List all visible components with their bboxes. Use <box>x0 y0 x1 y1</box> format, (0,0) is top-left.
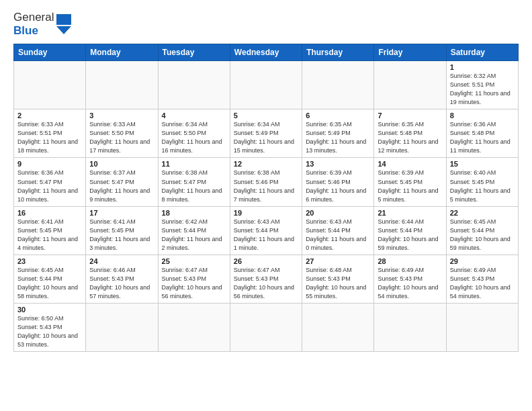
day-number: 29 <box>450 257 515 265</box>
table-row: 8Sunrise: 6:36 AM Sunset: 5:48 PM Daylig… <box>446 109 518 158</box>
table-row <box>86 304 158 352</box>
col-sunday: Sunday <box>14 44 86 61</box>
day-number: 2 <box>17 111 82 120</box>
table-row: 26Sunrise: 6:47 AM Sunset: 5:43 PM Dayli… <box>230 255 302 303</box>
table-row: 13Sunrise: 6:39 AM Sunset: 5:46 PM Dayli… <box>302 158 374 206</box>
table-row: 17Sunrise: 6:41 AM Sunset: 5:45 PM Dayli… <box>86 206 158 255</box>
table-row <box>374 61 446 109</box>
day-info: Sunrise: 6:44 AM Sunset: 5:44 PM Dayligh… <box>378 218 442 253</box>
day-number: 12 <box>234 160 298 168</box>
day-info: Sunrise: 6:45 AM Sunset: 5:44 PM Dayligh… <box>450 218 515 253</box>
table-row <box>158 61 230 109</box>
day-number: 10 <box>89 160 154 168</box>
day-info: Sunrise: 6:47 AM Sunset: 5:43 PM Dayligh… <box>162 266 226 301</box>
svg-marker-1 <box>56 26 71 34</box>
table-row: 27Sunrise: 6:48 AM Sunset: 5:43 PM Dayli… <box>302 255 374 303</box>
day-number: 14 <box>378 160 442 168</box>
day-number: 16 <box>17 209 82 217</box>
logo: General Blue <box>13 11 71 37</box>
day-info: Sunrise: 6:48 AM Sunset: 5:43 PM Dayligh… <box>306 266 370 301</box>
day-number: 15 <box>450 160 515 168</box>
table-row: 6Sunrise: 6:35 AM Sunset: 5:49 PM Daylig… <box>302 109 374 158</box>
table-row: 3Sunrise: 6:33 AM Sunset: 5:50 PM Daylig… <box>86 109 158 158</box>
table-row: 15Sunrise: 6:40 AM Sunset: 5:45 PM Dayli… <box>446 158 518 206</box>
table-row <box>86 61 158 109</box>
table-row: 30Sunrise: 6:50 AM Sunset: 5:43 PM Dayli… <box>14 304 86 352</box>
day-info: Sunrise: 6:36 AM Sunset: 5:47 PM Dayligh… <box>17 169 82 203</box>
day-number: 7 <box>378 111 442 120</box>
calendar-table: Sunday Monday Tuesday Wednesday Thursday… <box>13 44 519 352</box>
day-number: 19 <box>234 209 298 217</box>
table-row: 24Sunrise: 6:46 AM Sunset: 5:43 PM Dayli… <box>86 255 158 303</box>
col-friday: Friday <box>374 44 446 61</box>
table-row: 5Sunrise: 6:34 AM Sunset: 5:49 PM Daylig… <box>230 109 302 158</box>
table-row <box>374 304 446 352</box>
day-info: Sunrise: 6:41 AM Sunset: 5:45 PM Dayligh… <box>17 218 82 253</box>
table-row <box>302 304 374 352</box>
table-row: 11Sunrise: 6:38 AM Sunset: 5:47 PM Dayli… <box>158 158 230 206</box>
day-info: Sunrise: 6:34 AM Sunset: 5:49 PM Dayligh… <box>234 120 298 155</box>
table-row: 4Sunrise: 6:34 AM Sunset: 5:50 PM Daylig… <box>158 109 230 158</box>
table-row <box>230 304 302 352</box>
day-number: 13 <box>306 160 370 168</box>
day-info: Sunrise: 6:43 AM Sunset: 5:44 PM Dayligh… <box>306 218 370 253</box>
col-monday: Monday <box>86 44 158 61</box>
day-info: Sunrise: 6:46 AM Sunset: 5:43 PM Dayligh… <box>89 266 154 301</box>
day-info: Sunrise: 6:33 AM Sunset: 5:51 PM Dayligh… <box>17 120 82 155</box>
col-thursday: Thursday <box>302 44 374 61</box>
table-row: 9Sunrise: 6:36 AM Sunset: 5:47 PM Daylig… <box>14 158 86 206</box>
table-row: 12Sunrise: 6:38 AM Sunset: 5:46 PM Dayli… <box>230 158 302 206</box>
table-row <box>446 304 518 352</box>
day-info: Sunrise: 6:39 AM Sunset: 5:46 PM Dayligh… <box>306 169 370 203</box>
logo-general: General <box>13 11 54 24</box>
calendar-header-row: Sunday Monday Tuesday Wednesday Thursday… <box>14 44 519 61</box>
day-number: 4 <box>162 111 226 120</box>
logo-triangle-icon <box>56 14 71 34</box>
table-row: 25Sunrise: 6:47 AM Sunset: 5:43 PM Dayli… <box>158 255 230 303</box>
day-info: Sunrise: 6:37 AM Sunset: 5:47 PM Dayligh… <box>89 169 154 203</box>
day-info: Sunrise: 6:35 AM Sunset: 5:48 PM Dayligh… <box>378 120 442 155</box>
day-info: Sunrise: 6:34 AM Sunset: 5:50 PM Dayligh… <box>162 120 226 155</box>
table-row: 16Sunrise: 6:41 AM Sunset: 5:45 PM Dayli… <box>14 206 86 255</box>
table-row: 18Sunrise: 6:42 AM Sunset: 5:44 PM Dayli… <box>158 206 230 255</box>
day-info: Sunrise: 6:35 AM Sunset: 5:49 PM Dayligh… <box>306 120 370 155</box>
table-row: 23Sunrise: 6:45 AM Sunset: 5:44 PM Dayli… <box>14 255 86 303</box>
table-row: 20Sunrise: 6:43 AM Sunset: 5:44 PM Dayli… <box>302 206 374 255</box>
day-number: 8 <box>450 111 515 120</box>
table-row <box>230 61 302 109</box>
day-number: 17 <box>89 209 154 217</box>
day-number: 24 <box>89 257 154 265</box>
svg-rect-0 <box>56 14 71 25</box>
table-row <box>158 304 230 352</box>
table-row: 29Sunrise: 6:49 AM Sunset: 5:43 PM Dayli… <box>446 255 518 303</box>
table-row: 21Sunrise: 6:44 AM Sunset: 5:44 PM Dayli… <box>374 206 446 255</box>
day-info: Sunrise: 6:49 AM Sunset: 5:43 PM Dayligh… <box>450 266 515 301</box>
day-info: Sunrise: 6:50 AM Sunset: 5:43 PM Dayligh… <box>17 314 82 349</box>
table-row: 22Sunrise: 6:45 AM Sunset: 5:44 PM Dayli… <box>446 206 518 255</box>
day-info: Sunrise: 6:32 AM Sunset: 5:51 PM Dayligh… <box>450 72 515 107</box>
day-number: 20 <box>306 209 370 217</box>
day-number: 27 <box>306 257 370 265</box>
day-number: 26 <box>234 257 298 265</box>
day-number: 5 <box>234 111 298 120</box>
day-info: Sunrise: 6:38 AM Sunset: 5:47 PM Dayligh… <box>162 169 226 203</box>
day-number: 3 <box>89 111 154 120</box>
logo-text: General Blue <box>13 11 54 37</box>
day-number: 21 <box>378 209 442 217</box>
day-info: Sunrise: 6:49 AM Sunset: 5:43 PM Dayligh… <box>378 266 442 301</box>
day-number: 22 <box>450 209 515 217</box>
day-info: Sunrise: 6:43 AM Sunset: 5:44 PM Dayligh… <box>234 218 298 253</box>
table-row <box>302 61 374 109</box>
day-number: 25 <box>162 257 226 265</box>
day-info: Sunrise: 6:36 AM Sunset: 5:48 PM Dayligh… <box>450 120 515 155</box>
logo-blue: Blue <box>13 24 38 37</box>
day-number: 11 <box>162 160 226 168</box>
table-row: 1Sunrise: 6:32 AM Sunset: 5:51 PM Daylig… <box>446 61 518 109</box>
day-info: Sunrise: 6:41 AM Sunset: 5:45 PM Dayligh… <box>89 218 154 253</box>
table-row: 28Sunrise: 6:49 AM Sunset: 5:43 PM Dayli… <box>374 255 446 303</box>
day-number: 28 <box>378 257 442 265</box>
day-info: Sunrise: 6:33 AM Sunset: 5:50 PM Dayligh… <box>89 120 154 155</box>
col-wednesday: Wednesday <box>230 44 302 61</box>
day-info: Sunrise: 6:42 AM Sunset: 5:44 PM Dayligh… <box>162 218 226 253</box>
page: General Blue Sunday Monday Tuesday Wedne… <box>0 0 532 359</box>
